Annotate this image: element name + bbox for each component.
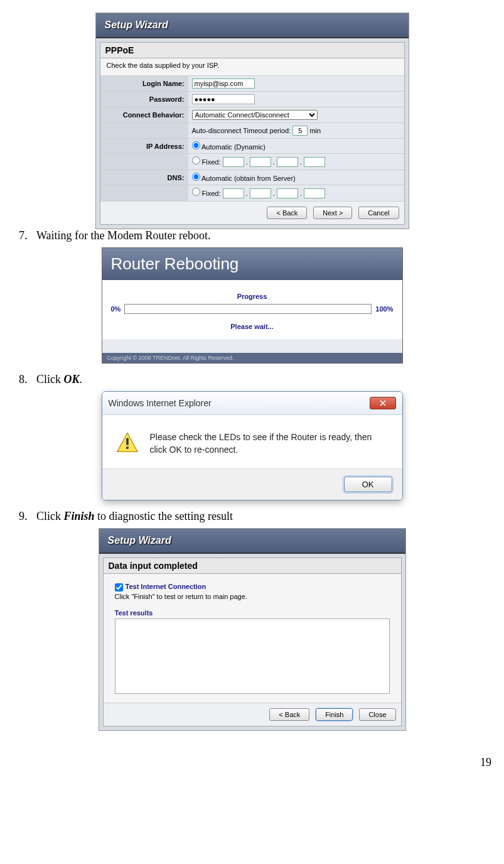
password-input[interactable]: [192, 94, 255, 104]
close-button-2[interactable]: Close: [359, 708, 395, 721]
back-button[interactable]: < Back: [267, 207, 307, 219]
ie-dialog-message: Please check the LEDs to see if the Rout…: [150, 431, 389, 456]
setup-wizard-pppoe-panel: Setup Wizard PPPoE Check the data suppli…: [95, 13, 409, 229]
pppoe-section-title: PPPoE: [100, 43, 404, 58]
password-label: Password:: [100, 92, 188, 107]
test-results-box[interactable]: [115, 618, 390, 694]
complete-desc: Click "Finish" to test or return to main…: [115, 593, 390, 600]
test-results-label: Test results: [115, 609, 390, 617]
page-number: 19: [19, 756, 491, 769]
step-9-text: 9.Click Finish to diagnostic the setting…: [19, 510, 485, 523]
dns-fixed-label: Fixed:: [202, 190, 221, 197]
copyright-footer: Copyright © 2008 TRENDnet. All Rights Re…: [102, 353, 402, 363]
next-button[interactable]: Next >: [313, 207, 352, 219]
progress-0: 0%: [111, 305, 121, 313]
timeout-input[interactable]: [292, 126, 308, 136]
ip-auto-label: Automatic (Dynamic): [201, 143, 265, 151]
dns-auto-radio[interactable]: [192, 173, 200, 181]
progress-label: Progress: [111, 293, 394, 300]
dns-oct-2[interactable]: [250, 188, 271, 198]
ip-oct-3[interactable]: [277, 157, 298, 167]
test-internet-label: Test Internet Connection: [126, 583, 206, 590]
test-internet-checkbox[interactable]: [115, 583, 123, 591]
setup-wizard-complete-panel: Setup Wizard Data input completed Test I…: [99, 528, 406, 731]
please-wait-text: Please wait...: [111, 323, 394, 330]
connect-behavior-label: Connect Behavior:: [100, 107, 188, 123]
timeout-label-pre: Auto-disconnect Timeout period:: [192, 127, 291, 134]
svg-rect-1: [126, 438, 129, 445]
dns-auto-label: Automatic (obtain from Server): [201, 175, 296, 182]
dns-oct-3[interactable]: [277, 188, 298, 198]
reboot-title: Router Rebooting: [102, 248, 402, 280]
ip-fixed-radio[interactable]: [192, 156, 200, 165]
finish-button[interactable]: Finish: [316, 708, 353, 721]
warning-icon: [116, 431, 139, 454]
wizard-title-2: Setup Wizard: [99, 529, 405, 554]
login-label: Login Name:: [100, 76, 188, 92]
dns-label: DNS:: [100, 170, 188, 185]
ip-oct-4[interactable]: [304, 157, 325, 167]
wizard-title: Setup Wizard: [96, 13, 409, 38]
back-button-2[interactable]: < Back: [269, 708, 309, 721]
ip-oct-1[interactable]: [223, 157, 244, 167]
login-input[interactable]: [192, 78, 255, 89]
ip-oct-2[interactable]: [250, 157, 271, 167]
dns-fixed-radio[interactable]: [192, 188, 200, 196]
progress-bar: [124, 304, 372, 314]
svg-rect-2: [126, 446, 129, 449]
ip-fixed-label: Fixed:: [202, 158, 221, 166]
complete-section-title: Data input completed: [104, 558, 401, 574]
step-7-text: 7.Waiting for the Modem Router reboot.: [19, 229, 485, 242]
dns-oct-1[interactable]: [223, 188, 244, 198]
router-rebooting-panel: Router Rebooting Progress 0% 100% Please…: [102, 247, 403, 364]
progress-100: 100%: [375, 305, 393, 313]
step-8-text: 8.Click OK.: [19, 373, 485, 386]
dns-oct-4[interactable]: [304, 188, 325, 198]
ie-alert-dialog: Windows Internet Explorer Please check t…: [102, 391, 403, 500]
cancel-button[interactable]: Cancel: [358, 207, 399, 219]
timeout-unit: min: [309, 127, 321, 134]
close-icon: [380, 400, 386, 406]
ok-button[interactable]: OK: [344, 477, 392, 492]
connect-behavior-select[interactable]: Automatic Connect/Disconnect: [192, 110, 318, 120]
ie-dialog-title: Windows Internet Explorer: [109, 398, 212, 408]
ip-address-label: IP Address:: [100, 139, 188, 154]
ip-auto-radio[interactable]: [192, 141, 200, 149]
pppoe-desc: Check the data supplied by your ISP.: [100, 58, 404, 75]
close-button[interactable]: [370, 397, 396, 409]
